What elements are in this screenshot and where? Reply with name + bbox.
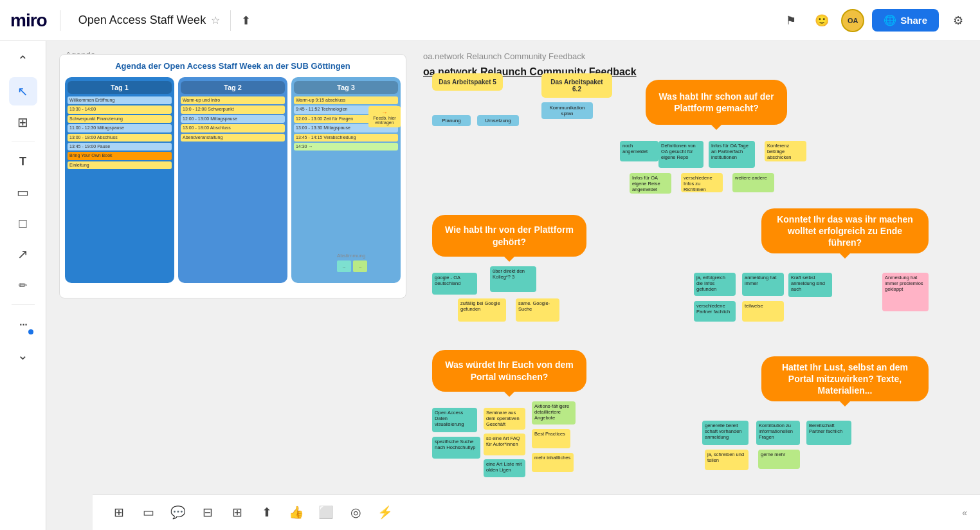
- note-konntet-4: verschiedene Partner fachlich: [694, 301, 736, 322]
- sticky-t1-7: Bring Your Own Book: [68, 152, 172, 160]
- note-google-oa: google - OA deutschland: [432, 273, 477, 295]
- sticky-t2-5: Abendveranstaltung: [181, 134, 285, 142]
- topbar: miro Open Access Staff Week ☆ ⬆ ⚑ 🙂 OA 🌐…: [0, 0, 980, 41]
- note-hattet-4: ja, schreiben und teilen: [705, 450, 749, 470]
- note-hattet-3: Bereitschaft Partner fachlich: [806, 421, 851, 445]
- sticky-t1-6: 13:45 - 19:00 Pause: [68, 143, 172, 151]
- sidebar-collapse[interactable]: ⌄: [9, 341, 37, 369]
- sidebar-sep2: [12, 304, 35, 305]
- note-same-google: same. Google-Suche: [516, 298, 559, 322]
- oa-section: oa.network Relaunch Community Feedback o…: [413, 41, 980, 530]
- star-icon[interactable]: ☆: [211, 14, 220, 26]
- sticky-t1-5: 13:00 - 18:00 Abschluss: [68, 134, 172, 142]
- board-title[interactable]: Open Access Staff Week: [78, 14, 206, 27]
- note-konntet-1: ja, erfolgreich die Infos gefunden: [694, 273, 736, 296]
- agenda-frame: Agenda der Open Access Staff Week an der…: [59, 54, 406, 298]
- note-def-oa: Definitionen von OA gesucht für eigene R…: [658, 141, 703, 168]
- timer-btn[interactable]: ◎: [342, 499, 369, 526]
- note-zufaellig: zufällig bei Google gefunden: [458, 298, 506, 322]
- note-daten: Open Access Daten visualisierung: [432, 408, 477, 432]
- upload-button[interactable]: ⬆: [241, 14, 251, 28]
- arrow-icon: →: [381, 109, 388, 116]
- agenda-col-tag1: Tag 1 Willkommen Eröffnung 13:30 - 14:00…: [65, 77, 174, 283]
- table-btn[interactable]: ⊞: [224, 499, 251, 526]
- bubble-wuenscht: Was würdet Ihr Euch von dem Portal wünsc…: [432, 350, 586, 392]
- settings-icon-btn[interactable]: ⚙: [947, 9, 970, 32]
- bubble-konntet: Konntet Ihr das was ihr machen wolltet e…: [761, 208, 929, 253]
- divider2: [230, 10, 231, 31]
- comment-btn[interactable]: 💬: [165, 499, 192, 526]
- note-best: Best Practices: [532, 429, 570, 448]
- bubble-was-habt: Was habt Ihr schon auf der Plattform gem…: [646, 80, 787, 125]
- note-konferenz: Konferenz beiträge abschicken: [765, 141, 806, 161]
- tag3-header: Tag 3: [294, 81, 398, 94]
- topbar-right: ⚑ 🙂 OA 🌐 Share ⚙: [779, 9, 970, 32]
- bubble-hattet: Hattet Ihr Lust, selbst an dem Portal mi…: [761, 356, 929, 401]
- board-title-area: Open Access Staff Week ☆ ⬆: [78, 10, 251, 31]
- export-btn[interactable]: ⬆: [253, 499, 280, 526]
- sidebar-arrow[interactable]: ↗: [9, 240, 37, 268]
- abstimmung: Abstimmung ... ...: [337, 253, 367, 272]
- sidebar-sticky[interactable]: ▭: [9, 178, 37, 206]
- globe-icon: 🌐: [884, 14, 896, 26]
- note-infos-oa2: Infos für OA eigene Reise angemeldet: [630, 173, 671, 194]
- toolbar-collapse-btn[interactable]: «: [962, 507, 967, 518]
- note-info-oa-tage: Infos für OA Tage an Partnerfach institu…: [709, 141, 755, 168]
- add-reaction-btn[interactable]: 🙂: [810, 9, 833, 32]
- yellow-box-1: Das Arbeitspaket 5: [432, 73, 503, 91]
- small-box-3: Kommunikation splan: [541, 102, 593, 119]
- notification-dot: [28, 329, 33, 334]
- miro-logo: miro: [10, 10, 47, 31]
- sidebar-cursor[interactable]: ↖: [9, 77, 37, 105]
- avatar[interactable]: OA: [841, 9, 864, 32]
- sticky-t1-8: Einleitung: [68, 161, 172, 169]
- sticky-t3-5: 13:45 - 14:15 Verabschiedung: [294, 134, 398, 142]
- note-anmeldung-ok: Anmeldung hat immer problemlos geklappt: [882, 273, 929, 311]
- note-hattet-5: gerne mehr: [758, 450, 800, 469]
- oa-board-title: oa.network Relaunch Community Feedback: [423, 66, 970, 78]
- note-liste: eine Art Liste mit olden Ligen: [484, 459, 525, 477]
- small-box-1: Planung: [432, 115, 471, 126]
- sticky-t1-3: Schwerpunkt Finanzierung: [68, 115, 172, 123]
- yellow-box-2: Das Arbeitspaket 6.2: [541, 73, 612, 98]
- lightning-btn[interactable]: ⚡: [372, 499, 399, 526]
- canvas[interactable]: Agenda Agenda der Open Access Staff Week…: [46, 41, 980, 530]
- sticky-t1-2: 13:30 - 14:00: [68, 105, 172, 113]
- sticky-t2-4: 13:00 - 18:00 Abschluss: [181, 124, 285, 132]
- bubble-wie-habt: Wie habt Ihr von der Plattform gehört?: [432, 215, 586, 257]
- vote-stickies: ... ...: [337, 260, 367, 272]
- flag-icon-btn[interactable]: ⚑: [779, 9, 803, 32]
- note-hattet-1: generelle bereit schaft vorhanden anmeld…: [702, 421, 749, 445]
- share-button[interactable]: 🌐 Share: [872, 9, 939, 32]
- sidebar-frames[interactable]: ⊞: [9, 108, 37, 136]
- note-kollege: über direkt den Kolleg*? 3: [490, 266, 536, 292]
- note-faq: so eine Art FAQ für Autor*innen: [484, 434, 525, 455]
- like-btn[interactable]: 👍: [283, 499, 310, 526]
- grid-tool-btn[interactable]: ⊞: [105, 499, 132, 526]
- sticky-t2-3: 12:00 - 13:00 Mittagspause: [181, 115, 285, 123]
- note-hattet-2: Kontribution zu informationellen Fragen: [756, 421, 800, 445]
- small-box-2: Umsetzung: [477, 115, 519, 126]
- sidebar-pen[interactable]: ✏: [9, 271, 37, 299]
- sidebar-shape[interactable]: □: [9, 209, 37, 237]
- chat-btn[interactable]: ⊟: [194, 499, 221, 526]
- sidebar-text[interactable]: T: [9, 147, 37, 176]
- sticky-t1-1: Willkommen Eröffnung: [68, 96, 172, 104]
- sticky-t2-1: Warm-up und Intro: [181, 96, 285, 104]
- title-divider: [60, 10, 60, 31]
- feedback-sticky: → Feedb. hier eintragen: [368, 106, 401, 127]
- present-btn[interactable]: ▭: [135, 499, 162, 526]
- note-konntet-5: teilweise: [742, 301, 784, 322]
- bottom-toolbar: ⊞ ▭ 💬 ⊟ ⊞ ⬆ 👍 ⬜ ◎ ⚡ «: [93, 494, 980, 530]
- vote2: ...: [353, 260, 367, 272]
- sidebar-more[interactable]: ···: [9, 310, 37, 338]
- note-konntet-2: anmeldung hat immer: [742, 273, 784, 296]
- note-noch-angemeldet: noch angemeldet: [620, 141, 658, 161]
- sidebar-scroll-up[interactable]: ⌃: [9, 46, 37, 75]
- note-mehr: mehr inhaltliches: [532, 453, 574, 472]
- note-spezifische: spezifische Suche nach Hochschultyp: [432, 437, 480, 459]
- video-btn[interactable]: ⬜: [313, 499, 340, 526]
- note-yellow2: verschiedene Infos zu Richtlinien: [681, 173, 723, 192]
- note-aktions: Aktions-fähigere detailliertere Angebote: [532, 401, 576, 425]
- sticky-t3-6: 14:30 →: [294, 143, 398, 151]
